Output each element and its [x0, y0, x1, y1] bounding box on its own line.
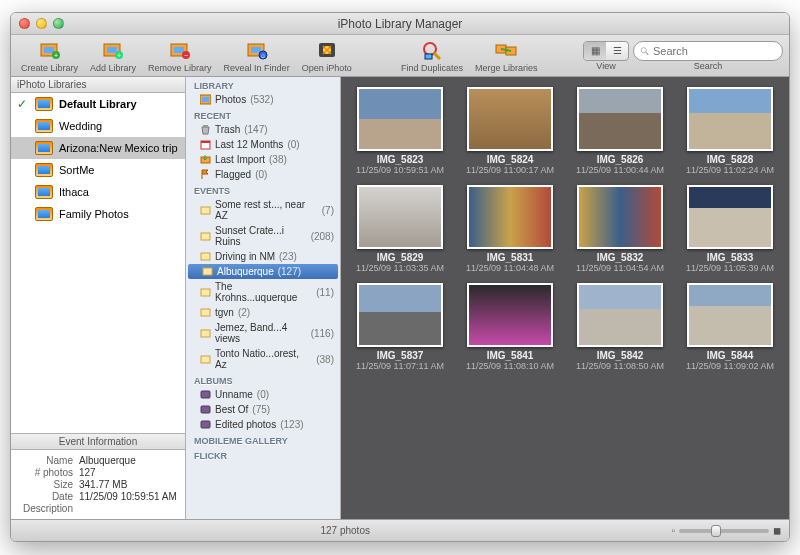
photo-thumbnail[interactable]: IMG_5826 11/25/09 11:00:44 AM [569, 87, 671, 175]
minimize-icon[interactable] [36, 18, 47, 29]
zoom-track[interactable] [679, 529, 769, 533]
photo-thumbnail[interactable]: IMG_5844 11/25/09 11:09:02 AM [679, 283, 781, 371]
source-item[interactable]: Albuquerque (127) [188, 264, 338, 279]
photo-thumbnail[interactable]: IMG_5829 11/25/09 11:03:35 AM [349, 185, 451, 273]
thumbnail-image [357, 185, 443, 249]
source-item-count: (0) [255, 169, 267, 180]
svg-rect-35 [201, 289, 210, 296]
library-item[interactable]: SortMe [11, 159, 185, 181]
library-item[interactable]: Arizona:New Mexico trip [11, 137, 185, 159]
thumbnail-name: IMG_5829 [377, 252, 424, 263]
photo-thumbnail[interactable]: IMG_5831 11/25/09 11:04:48 AM [459, 185, 561, 273]
svg-line-19 [434, 53, 440, 59]
source-item[interactable]: Tonto Natio...orest, Az (38) [186, 346, 340, 372]
search-input[interactable] [653, 45, 776, 57]
source-item-label: Tonto Natio...orest, Az [215, 348, 312, 370]
zoom-knob[interactable] [711, 525, 721, 537]
thumbnail-name: IMG_5841 [487, 350, 534, 361]
status-bar: 127 photos ▫ ◼ [11, 519, 789, 541]
svg-rect-9 [174, 47, 184, 53]
event-photos-label: # photos [19, 467, 79, 478]
search-field[interactable] [633, 41, 783, 61]
libraries-header: iPhoto Libraries [11, 77, 185, 93]
library-item[interactable]: Wedding [11, 115, 185, 137]
source-item[interactable]: Sunset Crate...i Ruins (208) [186, 223, 340, 249]
reveal-in-finder-button[interactable]: ☺ Reveal In Finder [220, 36, 294, 75]
photo-thumbnail[interactable]: IMG_5823 11/25/09 10:59:51 AM [349, 87, 451, 175]
find-duplicates-icon [420, 38, 444, 62]
thumbnail-image [357, 283, 443, 347]
open-iphoto-button[interactable]: Open iPhoto [298, 36, 356, 75]
source-item[interactable]: Last Import (38) [186, 152, 340, 167]
open-iphoto-icon [315, 38, 339, 62]
svg-rect-27 [203, 125, 208, 127]
view-grid-button[interactable]: ▦ [584, 42, 606, 60]
evt-icon [200, 354, 211, 365]
library-item[interactable]: Ithaca [11, 181, 185, 203]
source-item-label: The Krohns...uquerque [215, 281, 312, 303]
library-list: ✓ Default Library Wedding Arizona:New Me… [11, 93, 185, 433]
source-item-count: (116) [311, 328, 334, 339]
library-icon [35, 119, 53, 133]
photo-thumbnail[interactable]: IMG_5828 11/25/09 11:02:24 AM [679, 87, 781, 175]
create-library-button[interactable]: + Create Library [17, 36, 82, 75]
remove-library-button[interactable]: − Remove Library [144, 36, 216, 75]
source-item[interactable]: Trash (147) [186, 122, 340, 137]
library-check-icon: ✓ [17, 97, 29, 111]
source-item-label: Last 12 Months [215, 139, 283, 150]
photo-thumbnail[interactable]: IMG_5824 11/25/09 11:00:17 AM [459, 87, 561, 175]
reveal-in-finder-label: Reveal In Finder [224, 63, 290, 73]
thumbnail-date: 11/25/09 10:59:51 AM [356, 165, 444, 175]
svg-rect-33 [201, 253, 210, 260]
source-item[interactable]: Driving in NM (23) [186, 249, 340, 264]
source-item[interactable]: The Krohns...uquerque (11) [186, 279, 340, 305]
import-icon [200, 154, 211, 165]
evt-icon [200, 231, 211, 242]
photo-thumbnail[interactable]: IMG_5842 11/25/09 11:08:50 AM [569, 283, 671, 371]
library-item[interactable]: ✓ Default Library [11, 93, 185, 115]
thumbnail-name: IMG_5833 [707, 252, 754, 263]
photo-thumbnail[interactable]: IMG_5833 11/25/09 11:05:39 AM [679, 185, 781, 273]
thumbnail-date: 11/25/09 11:00:17 AM [466, 165, 554, 175]
view-list-button[interactable]: ☰ [606, 42, 628, 60]
photo-thumbnail[interactable]: IMG_5837 11/25/09 11:07:11 AM [349, 283, 451, 371]
source-item[interactable]: Best Of (75) [186, 402, 340, 417]
svg-text:☺: ☺ [260, 53, 266, 59]
library-name: Family Photos [59, 208, 129, 220]
library-item[interactable]: Family Photos [11, 203, 185, 225]
source-item[interactable]: Jemez, Band...4 views (116) [186, 320, 340, 346]
zoom-icon[interactable] [53, 18, 64, 29]
source-item-label: tgvn [215, 307, 234, 318]
source-item[interactable]: tgvn (2) [186, 305, 340, 320]
thumbnail-name: IMG_5832 [597, 252, 644, 263]
zoom-slider[interactable]: ▫ ◼ [671, 525, 781, 536]
photo-thumbnail[interactable]: IMG_5832 11/25/09 11:04:54 AM [569, 185, 671, 273]
find-duplicates-button[interactable]: Find Duplicates [397, 36, 467, 75]
thumbnail-name: IMG_5823 [377, 154, 424, 165]
source-item[interactable]: Photos (532) [186, 92, 340, 107]
close-icon[interactable] [19, 18, 30, 29]
thumbnail-date: 11/25/09 11:05:39 AM [686, 263, 774, 273]
source-item-count: (147) [244, 124, 267, 135]
event-size-value: 341.77 MB [79, 479, 127, 490]
source-item[interactable]: Flagged (0) [186, 167, 340, 182]
source-item[interactable]: Some rest st..., near AZ (7) [186, 197, 340, 223]
svg-rect-34 [203, 268, 212, 275]
photo-thumbnail[interactable]: IMG_5841 11/25/09 11:08:10 AM [459, 283, 561, 371]
source-item[interactable]: Edited photos (123) [186, 417, 340, 432]
alb-icon [200, 419, 211, 430]
thumbnail-name: IMG_5826 [597, 154, 644, 165]
flag-icon [200, 169, 211, 180]
remove-library-icon: − [168, 38, 192, 62]
source-group-label: EVENTS [186, 182, 340, 197]
source-item[interactable]: Unname (0) [186, 387, 340, 402]
thumbnail-name: IMG_5824 [487, 154, 534, 165]
source-item-count: (23) [279, 251, 297, 262]
add-library-button[interactable]: + Add Library [86, 36, 140, 75]
merge-libraries-button[interactable]: Merge Libraries [471, 36, 542, 75]
source-item[interactable]: Last 12 Months (0) [186, 137, 340, 152]
event-date-label: Date [19, 491, 79, 502]
source-item-label: Photos [215, 94, 246, 105]
library-name: Default Library [59, 98, 137, 110]
event-photos-value: 127 [79, 467, 96, 478]
